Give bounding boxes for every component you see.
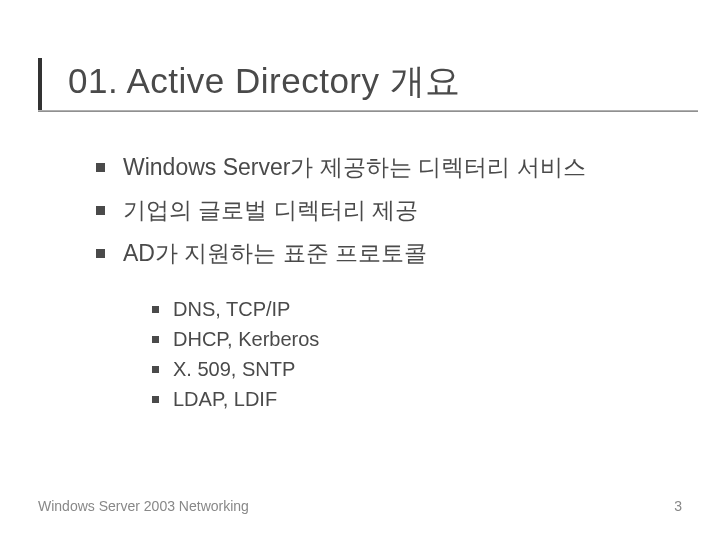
list-item: Windows Server가 제공하는 디렉터리 서비스: [96, 152, 586, 183]
square-bullet-icon: [152, 306, 159, 313]
sub-bullet-text: X. 509, SNTP: [173, 358, 295, 381]
sub-bullet-text: DNS, TCP/IP: [173, 298, 290, 321]
square-bullet-icon: [96, 249, 105, 258]
list-item: X. 509, SNTP: [152, 358, 319, 381]
sub-bullet-list: DNS, TCP/IP DHCP, Kerberos X. 509, SNTP …: [152, 298, 319, 418]
main-bullet-list: Windows Server가 제공하는 디렉터리 서비스 기업의 글로벌 디렉…: [96, 152, 586, 281]
bullet-text: Windows Server가 제공하는 디렉터리 서비스: [123, 152, 586, 183]
square-bullet-icon: [96, 206, 105, 215]
list-item: LDAP, LDIF: [152, 388, 319, 411]
list-item: 기업의 글로벌 디렉터리 제공: [96, 195, 586, 226]
sub-bullet-text: LDAP, LDIF: [173, 388, 277, 411]
title-container: 01. Active Directory 개요: [68, 58, 690, 105]
list-item: AD가 지원하는 표준 프로토콜: [96, 238, 586, 269]
sub-bullet-text: DHCP, Kerberos: [173, 328, 319, 351]
square-bullet-icon: [152, 366, 159, 373]
title-underline: [38, 110, 698, 112]
page-number: 3: [674, 498, 682, 514]
footer-text: Windows Server 2003 Networking: [38, 498, 249, 514]
square-bullet-icon: [96, 163, 105, 172]
bullet-text: 기업의 글로벌 디렉터리 제공: [123, 195, 418, 226]
slide-title: 01. Active Directory 개요: [68, 58, 690, 105]
bullet-text: AD가 지원하는 표준 프로토콜: [123, 238, 427, 269]
title-accent-bar: [38, 58, 42, 110]
list-item: DHCP, Kerberos: [152, 328, 319, 351]
square-bullet-icon: [152, 336, 159, 343]
slide-footer: Windows Server 2003 Networking 3: [38, 498, 682, 514]
list-item: DNS, TCP/IP: [152, 298, 319, 321]
square-bullet-icon: [152, 396, 159, 403]
